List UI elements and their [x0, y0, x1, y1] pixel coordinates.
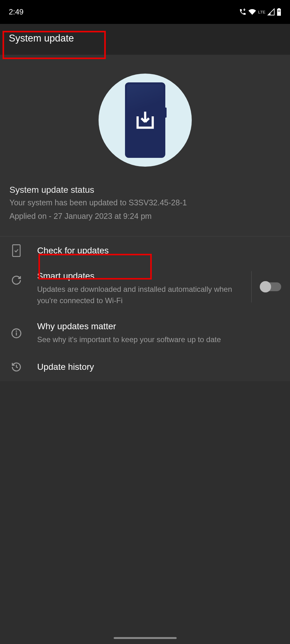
- wifi-icon: [248, 8, 256, 16]
- smart-updates-row[interactable]: Smart updates Updates are downloaded and…: [0, 265, 290, 314]
- check-for-updates-label: Check for updates: [37, 246, 281, 256]
- status-bar: 2:49 LTE: [0, 0, 290, 24]
- status-title: System update status: [9, 185, 281, 195]
- refresh-icon: [11, 275, 22, 286]
- history-icon: [11, 362, 22, 372]
- smart-updates-toggle[interactable]: [260, 282, 281, 291]
- phone-check-icon: [11, 244, 21, 257]
- update-status-section: System update status Your system has bee…: [0, 55, 290, 236]
- wifi-calling-icon: [239, 8, 247, 16]
- status-applied: Applied on - 27 January 2023 at 9:24 pm: [9, 212, 281, 221]
- status-icons: LTE: [239, 8, 281, 16]
- info-icon: [11, 328, 22, 339]
- why-updates-sub: See why it's important to keep your soft…: [37, 334, 281, 345]
- why-updates-label: Why updates matter: [37, 321, 281, 331]
- phone-illustration: [99, 74, 192, 167]
- why-updates-row[interactable]: Why updates matter See why it's importan…: [0, 314, 290, 353]
- signal-icon: [267, 8, 275, 16]
- network-label: LTE: [258, 10, 265, 14]
- update-history-label: Update history: [37, 362, 281, 372]
- smart-updates-sub: Updates are downloaded and installed aut…: [37, 284, 246, 306]
- check-for-updates-row[interactable]: Check for updates: [0, 236, 290, 265]
- page-title: System update: [9, 33, 281, 44]
- svg-rect-0: [278, 11, 280, 15]
- battery-icon: [277, 8, 281, 16]
- status-time: 2:49: [9, 8, 24, 16]
- smart-updates-label: Smart updates: [37, 271, 246, 281]
- svg-point-4: [16, 331, 16, 331]
- options-list: Check for updates Smart updates Updates …: [0, 236, 290, 381]
- update-history-row[interactable]: Update history: [0, 353, 290, 381]
- download-icon: [134, 109, 156, 131]
- nav-handle[interactable]: [114, 637, 177, 639]
- status-body: Your system has been updated to S3SV32.4…: [9, 198, 281, 207]
- page-header: System update: [0, 24, 290, 55]
- svg-rect-1: [13, 245, 20, 256]
